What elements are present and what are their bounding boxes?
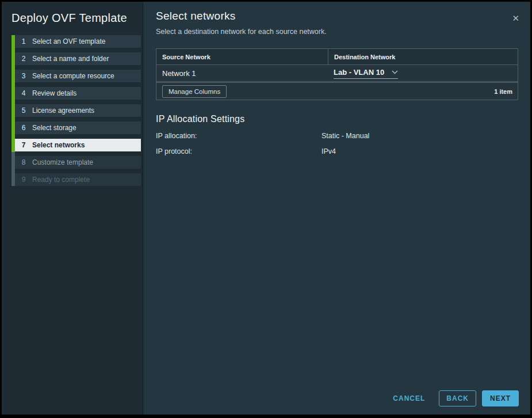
destination-network-value: Lab - VLAN 10 [334, 68, 384, 77]
item-count: 1 item [494, 88, 512, 95]
destination-network-cell: Lab - VLAN 10 [328, 68, 518, 79]
step-number: 7 [20, 141, 28, 149]
cancel-button[interactable]: CANCEL [393, 394, 425, 402]
step-label: Customize template [32, 158, 93, 166]
dialog-title: Deploy OVF Template [12, 12, 143, 25]
wizard-steps: 1Select an OVF template2Select a name an… [12, 35, 141, 186]
page-subtitle: Select a destination network for each so… [156, 28, 518, 36]
wizard-footer-actions: CANCEL BACK NEXT [393, 390, 519, 406]
ip-protocol-value: IPv4 [322, 147, 336, 155]
step-number: 6 [20, 124, 28, 132]
deploy-ovf-dialog: Deploy OVF Template 1Select an OVF templ… [2, 2, 530, 415]
step-label: License agreements [32, 107, 94, 115]
sidebar-step-1[interactable]: 1Select an OVF template [15, 35, 141, 48]
sidebar-step-7[interactable]: 7Select networks [15, 139, 141, 151]
step-label: Select networks [32, 141, 85, 149]
page-title: Select networks [156, 2, 518, 22]
sidebar-step-8: 8Customize template [15, 156, 141, 169]
column-header-destination-network: Destination Network [328, 49, 518, 64]
wizard-sidebar: Deploy OVF Template 1Select an OVF templ… [2, 2, 143, 415]
ip-allocation-label: IP allocation: [156, 132, 322, 140]
chevron-down-icon [392, 70, 398, 74]
step-label: Select a compute resource [32, 72, 114, 80]
step-label: Ready to complete [32, 176, 90, 184]
source-network-cell: Network 1 [156, 69, 328, 78]
table-footer: Manage Columns 1 item [156, 81, 518, 100]
column-header-source-network: Source Network [156, 49, 328, 64]
step-label: Select a name and folder [32, 55, 109, 63]
destination-network-dropdown[interactable]: Lab - VLAN 10 [334, 68, 398, 79]
table-row: Network 1 Lab - VLAN 10 [156, 64, 518, 81]
ip-allocation-row: IP allocation: Static - Manual [156, 132, 518, 140]
ip-allocation-value: Static - Manual [322, 132, 369, 140]
step-label: Select storage [32, 124, 76, 132]
step-number: 1 [20, 37, 28, 45]
ip-protocol-label: IP protocol: [156, 147, 322, 155]
step-number: 2 [20, 55, 28, 63]
sidebar-step-6[interactable]: 6Select storage [15, 121, 141, 134]
step-number: 9 [20, 176, 28, 184]
sidebar-step-4[interactable]: 4Review details [15, 87, 141, 100]
wizard-main-panel: ✕ Select networks Select a destination n… [143, 2, 530, 415]
sidebar-step-2[interactable]: 2Select a name and folder [15, 52, 141, 65]
step-number: 3 [20, 72, 28, 80]
close-icon[interactable]: ✕ [512, 14, 519, 22]
table-header-row: Source Network Destination Network [156, 49, 518, 64]
step-number: 4 [20, 89, 28, 97]
back-button[interactable]: BACK [439, 390, 476, 406]
sidebar-step-5[interactable]: 5License agreements [15, 104, 141, 117]
progress-bar-completed [12, 35, 15, 152]
next-button[interactable]: NEXT [482, 390, 519, 406]
ip-protocol-row: IP protocol: IPv4 [156, 147, 518, 155]
step-number: 5 [20, 107, 28, 115]
progress-bar-remaining [12, 152, 15, 186]
manage-columns-button[interactable]: Manage Columns [162, 85, 227, 98]
step-number: 8 [20, 158, 28, 166]
sidebar-step-9: 9Ready to complete [15, 173, 141, 186]
network-mapping-table: Source Network Destination Network Netwo… [156, 48, 518, 100]
step-label: Select an OVF template [32, 37, 105, 45]
step-label: Review details [32, 89, 76, 97]
ip-allocation-heading: IP Allocation Settings [156, 114, 518, 124]
sidebar-step-3[interactable]: 3Select a compute resource [15, 70, 141, 82]
